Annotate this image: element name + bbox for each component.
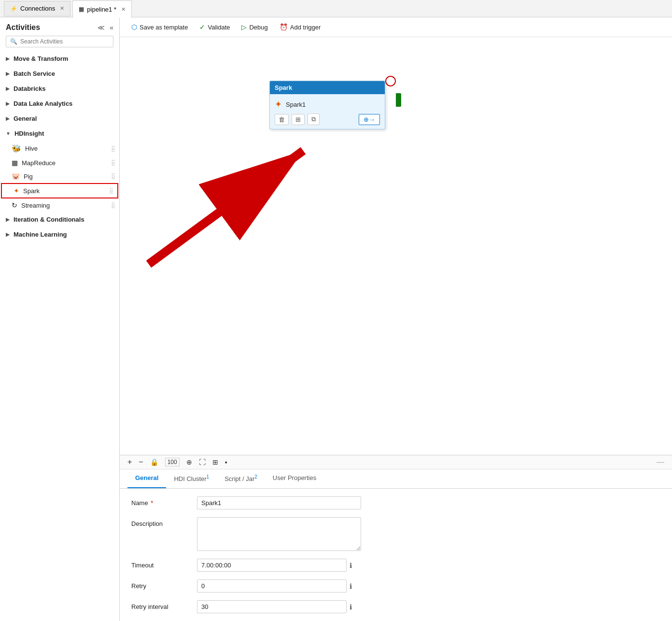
- retry-input[interactable]: [197, 579, 347, 593]
- spark-node-actions: 🗑 ⊞ ⧉ ⊕→: [270, 112, 385, 129]
- sidebar-group-header-batch-service[interactable]: ▶ Batch Service: [0, 66, 119, 81]
- timeout-info-icon[interactable]: ℹ: [350, 562, 352, 569]
- sidebar-group-header-machine-learning[interactable]: ▶ Machine Learning: [0, 227, 119, 242]
- name-label: Name *: [131, 499, 189, 507]
- lock-tool[interactable]: 🔒: [150, 458, 158, 466]
- spark-sidebar-icon: ✦: [14, 187, 19, 195]
- tab-general[interactable]: General: [127, 469, 166, 488]
- name-input[interactable]: [197, 496, 361, 509]
- node-handle[interactable]: [396, 93, 401, 107]
- spark-node-body: ✦ Spark1: [270, 94, 385, 112]
- sidebar-group-header-data-lake-analytics[interactable]: ▶ Data Lake Analytics: [0, 96, 119, 111]
- sidebar-group-databricks: ▶ Databricks: [0, 81, 119, 96]
- zoom-reset-tool[interactable]: 100: [165, 458, 180, 466]
- add-trigger-button[interactable]: ⏰ Add trigger: [276, 21, 325, 33]
- retry-interval-input[interactable]: [197, 600, 347, 613]
- tab-script-jar-label: Script / Jar: [224, 475, 254, 482]
- validate-icon: ✓: [199, 23, 205, 31]
- retry-interval-info-icon[interactable]: ℹ: [350, 603, 352, 611]
- form-row-description: Description: [131, 517, 660, 551]
- spark-node-header-label: Spark: [275, 84, 292, 91]
- debug-button[interactable]: ▷ Debug: [238, 21, 271, 33]
- pig-icon: 🐷: [12, 172, 20, 180]
- toolbar: ⬡ Save as template ✓ Validate ▷ Debug ⏰ …: [120, 17, 672, 37]
- tab-hdi-cluster-label: HDI Cluster: [174, 475, 206, 482]
- select-tool[interactable]: ▪: [225, 458, 227, 466]
- timeout-input[interactable]: [197, 559, 347, 572]
- search-icon: 🔍: [10, 38, 17, 45]
- sidebar-group-hdinsight: ▼ HDInsight 🐝 Hive ⣿ ▦ MapReduce ⣿ 🐷 Pig…: [0, 126, 119, 212]
- tab-pipeline1-close[interactable]: ✕: [121, 6, 126, 13]
- tab-connections[interactable]: ⚡ Connections ✕: [4, 1, 70, 16]
- divider-right: —: [657, 458, 664, 466]
- sidebar-group-iteration: ▶ Iteration & Conditionals: [0, 212, 119, 227]
- spark-node[interactable]: Spark ✦ Spark1 🗑 ⊞ ⧉ ⊕→: [269, 81, 385, 129]
- connect-node-button[interactable]: ⊕→: [359, 114, 380, 125]
- description-input[interactable]: [197, 517, 361, 551]
- tab-connections-close[interactable]: ✕: [60, 5, 64, 12]
- group-label-machine-learning: Machine Learning: [14, 231, 67, 238]
- canvas[interactable]: Spark ✦ Spark1 🗑 ⊞ ⧉ ⊕→: [120, 37, 672, 455]
- red-arrow: [120, 134, 409, 269]
- chevron-hdinsight: ▼: [6, 131, 11, 136]
- form-row-name: Name *: [131, 496, 660, 509]
- group-label-general: General: [14, 115, 37, 122]
- copy-node-button[interactable]: ⧉: [308, 113, 320, 125]
- retry-info-icon[interactable]: ℹ: [350, 582, 352, 590]
- drag-handle-streaming: ⣿: [111, 202, 115, 209]
- sidebar-item-spark[interactable]: ✦ Spark ⣿: [1, 183, 118, 198]
- sidebar-item-mapreduce[interactable]: ▦ MapReduce ⣿: [0, 156, 119, 169]
- sidebar-group-header-iteration[interactable]: ▶ Iteration & Conditionals: [0, 212, 119, 227]
- form-row-retry-interval: Retry interval ℹ: [131, 600, 660, 613]
- timeout-input-group: ℹ: [197, 559, 352, 572]
- edit-node-button[interactable]: ⊞: [292, 114, 305, 125]
- zoom-in-tool[interactable]: +: [127, 458, 132, 466]
- tab-pipeline1[interactable]: ▦ pipeline1 * ✕: [72, 0, 132, 18]
- validate-label: Validate: [208, 24, 230, 31]
- svg-line-1: [149, 151, 303, 264]
- sidebar-item-label-spark: Spark: [23, 187, 40, 195]
- validate-button[interactable]: ✓ Validate: [196, 21, 234, 33]
- drag-handle-hive: ⣿: [111, 145, 115, 152]
- tab-bar: ⚡ Connections ✕ ▦ pipeline1 * ✕: [0, 0, 672, 17]
- sidebar-item-streaming[interactable]: ↻ Streaming ⣿: [0, 198, 119, 212]
- spark-node-body-icon: ✦: [275, 99, 282, 110]
- sidebar-item-pig[interactable]: 🐷 Pig ⣿: [0, 169, 119, 183]
- collapse-icon[interactable]: ≪: [98, 24, 105, 31]
- group-label-hdinsight: HDInsight: [14, 130, 44, 137]
- chevron-move-transform: ▶: [6, 56, 10, 61]
- tab-pipeline1-label: pipeline1 *: [87, 6, 116, 13]
- drag-handle-pig: ⣿: [111, 173, 115, 180]
- hdi-cluster-badge: 1: [207, 474, 210, 480]
- group-label-iteration: Iteration & Conditionals: [14, 216, 84, 223]
- canvas-toolbar: + − 🔒 100 ⊕ ⛶ ⊞ ▪ —: [120, 455, 672, 469]
- delete-node-button[interactable]: 🗑: [275, 114, 289, 125]
- properties-tabs: General HDI Cluster1 Script / Jar2 User …: [120, 469, 672, 489]
- spark-node-header: Spark: [270, 81, 385, 94]
- description-label: Description: [131, 517, 189, 527]
- sidebar-group-header-hdinsight[interactable]: ▼ HDInsight: [0, 126, 119, 141]
- fullscreen-tool[interactable]: ⛶: [199, 458, 206, 466]
- sidebar-group-data-lake-analytics: ▶ Data Lake Analytics: [0, 96, 119, 111]
- hive-icon: 🐝: [12, 144, 21, 153]
- tab-hdi-cluster[interactable]: HDI Cluster1: [166, 469, 217, 488]
- fit-tool[interactable]: ⊕: [186, 458, 192, 466]
- sidebar-group-header-general[interactable]: ▶ General: [0, 111, 119, 126]
- trigger-label: Add trigger: [290, 24, 321, 31]
- tab-script-jar[interactable]: Script / Jar2: [217, 469, 265, 488]
- layout-tool[interactable]: ⊞: [212, 458, 218, 466]
- save-template-label: Save as template: [140, 24, 188, 31]
- sidebar-item-label-streaming: Streaming: [21, 202, 50, 209]
- sidebar-item-hive[interactable]: 🐝 Hive ⣿: [0, 141, 119, 156]
- sidebar-group-header-move-transform[interactable]: ▶ Move & Transform: [0, 51, 119, 66]
- tab-user-properties[interactable]: User Properties: [265, 469, 324, 488]
- menu-icon[interactable]: «: [110, 24, 113, 31]
- form-row-retry: Retry ℹ: [131, 579, 660, 593]
- zoom-out-tool[interactable]: −: [139, 458, 143, 466]
- search-input[interactable]: [20, 38, 109, 45]
- save-as-template-button[interactable]: ⬡ Save as template: [127, 21, 192, 33]
- sidebar-group-header-databricks[interactable]: ▶ Databricks: [0, 81, 119, 96]
- group-label-move-transform: Move & Transform: [14, 55, 68, 62]
- sidebar-group-machine-learning: ▶ Machine Learning: [0, 227, 119, 242]
- sidebar-group-general: ▶ General: [0, 111, 119, 126]
